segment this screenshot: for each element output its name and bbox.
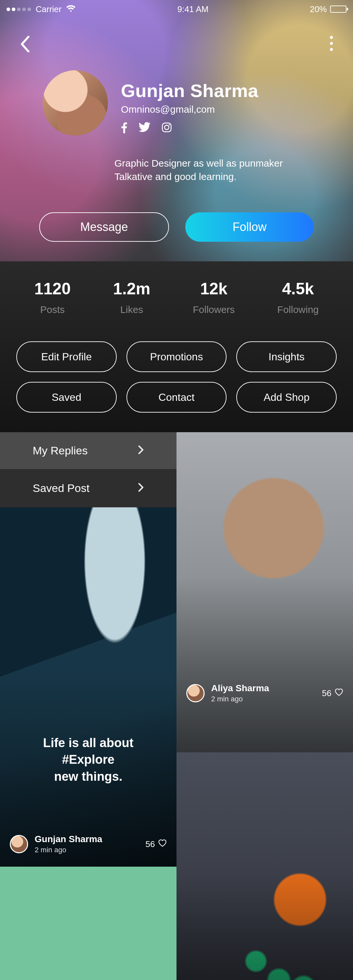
facebook-icon[interactable] (121, 122, 128, 135)
post-card[interactable] (177, 752, 353, 980)
post-like-button[interactable]: 56 (322, 688, 343, 698)
post-time: 2 min ago (35, 846, 102, 854)
follow-button[interactable]: Follow (185, 212, 314, 242)
svg-point-4 (165, 125, 169, 129)
svg-point-1 (330, 42, 333, 45)
signal-dots-icon (6, 8, 31, 11)
post-author-avatar[interactable] (186, 684, 204, 702)
tab-label: My Replies (33, 444, 88, 457)
carrier-label: Carrier (36, 4, 61, 14)
svg-point-5 (169, 124, 170, 126)
clock-label: 9:41 AM (177, 4, 209, 14)
svg-point-2 (330, 48, 333, 51)
wifi-icon (66, 4, 76, 14)
tab-saved-post[interactable]: Saved Post (0, 470, 177, 508)
instagram-icon[interactable] (161, 122, 172, 135)
display-name: Gunjan Sharma (121, 80, 258, 101)
feed: My Replies Saved Post Life is all about … (0, 432, 353, 980)
post-card[interactable]: Aliya Sharma 2 min ago 56 (177, 432, 353, 752)
battery-percent: 20% (310, 4, 327, 14)
heart-icon (335, 688, 343, 698)
add-shop-button[interactable]: Add Shop (236, 382, 337, 412)
post-card[interactable]: Life is all about #Explore new things. G… (0, 508, 177, 867)
twitter-icon[interactable] (139, 122, 150, 135)
message-button[interactable]: Message (39, 212, 169, 242)
profile-email: Omninos@gmail,com (121, 104, 258, 115)
stat-following[interactable]: 4.5k Following (277, 279, 319, 315)
post-card[interactable] (0, 867, 177, 980)
battery-icon (330, 6, 347, 13)
stat-followers[interactable]: 12k Followers (193, 279, 235, 315)
svg-point-0 (330, 36, 333, 39)
saved-button[interactable]: Saved (16, 382, 117, 412)
stat-likes[interactable]: 1.2m Likes (113, 279, 150, 315)
post-author-avatar[interactable] (10, 835, 28, 853)
post-caption: Life is all about #Explore new things. (20, 735, 157, 785)
post-author: Gunjan Sharma (35, 834, 102, 845)
stats-panel: 1120 Posts 1.2m Likes 12k Followers 4.5k… (0, 261, 353, 432)
avatar[interactable] (43, 70, 108, 135)
svg-rect-3 (163, 123, 171, 132)
profile-cover: Carrier 9:41 AM 20% Gunjan Sharma Omnino… (0, 0, 353, 261)
post-author: Aliya Sharma (211, 683, 269, 694)
tab-my-replies[interactable]: My Replies (0, 432, 177, 470)
chevron-right-icon (138, 444, 144, 457)
like-count: 56 (145, 839, 155, 850)
insights-button[interactable]: Insights (236, 341, 337, 372)
promotions-button[interactable]: Promotions (126, 341, 227, 372)
contact-button[interactable]: Contact (126, 382, 227, 412)
edit-profile-button[interactable]: Edit Profile (16, 341, 117, 372)
heart-icon (158, 839, 167, 850)
status-bar: Carrier 9:41 AM 20% (0, 2, 353, 16)
stat-posts[interactable]: 1120 Posts (34, 279, 70, 315)
more-menu-button[interactable] (329, 36, 334, 52)
back-button[interactable] (20, 36, 31, 52)
chevron-right-icon (138, 482, 144, 495)
profile-bio: Graphic Designer as well as punmaker Tal… (114, 157, 330, 183)
post-like-button[interactable]: 56 (145, 839, 167, 850)
post-time: 2 min ago (211, 695, 269, 703)
tab-label: Saved Post (33, 482, 89, 495)
like-count: 56 (322, 688, 331, 698)
